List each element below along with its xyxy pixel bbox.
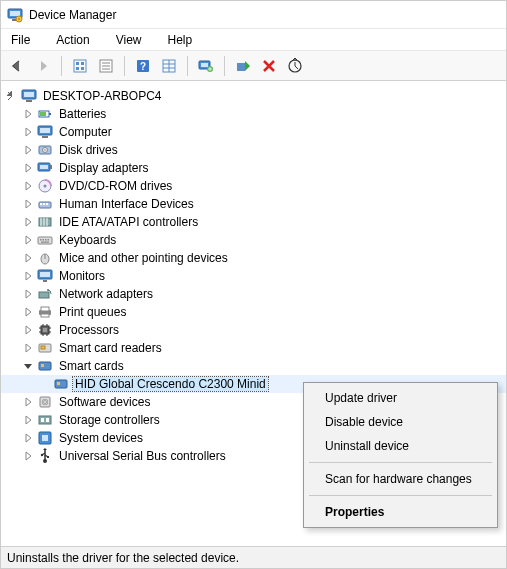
- expand-toggle[interactable]: [21, 177, 35, 195]
- expand-toggle[interactable]: [21, 357, 35, 375]
- toolbar-separator: [61, 56, 62, 76]
- toolbar: ?: [1, 51, 506, 81]
- smartcard-icon: [37, 358, 53, 374]
- network-adapter-icon: [37, 286, 53, 302]
- category-label: Smart cards: [57, 359, 126, 373]
- tree-category[interactable]: Disk drives: [1, 141, 506, 159]
- view-type-button[interactable]: [157, 54, 181, 78]
- svg-rect-53: [48, 239, 50, 241]
- expand-toggle[interactable]: [21, 195, 35, 213]
- category-label: Mice and other pointing devices: [57, 251, 230, 265]
- printer-icon: [37, 304, 53, 320]
- expand-toggle[interactable]: [21, 105, 35, 123]
- uninstall-button[interactable]: [257, 54, 281, 78]
- expand-toggle[interactable]: [21, 429, 35, 447]
- scan-hardware-button[interactable]: [283, 54, 307, 78]
- enable-device-button[interactable]: [231, 54, 255, 78]
- category-label: Network adapters: [57, 287, 155, 301]
- disk-icon: [37, 142, 53, 158]
- menu-view[interactable]: View: [112, 31, 146, 49]
- expand-toggle[interactable]: [21, 447, 35, 465]
- expand-toggle[interactable]: [21, 141, 35, 159]
- tree-category[interactable]: IDE ATA/ATAPI controllers: [1, 213, 506, 231]
- show-hidden-button[interactable]: [68, 54, 92, 78]
- ctx-update-driver[interactable]: Update driver: [307, 386, 494, 410]
- properties-button[interactable]: [94, 54, 118, 78]
- tree-category[interactable]: Monitors: [1, 267, 506, 285]
- svg-rect-1: [10, 11, 20, 16]
- tree-category[interactable]: Display adapters: [1, 159, 506, 177]
- category-label: Computer: [57, 125, 114, 139]
- svg-rect-76: [41, 346, 45, 349]
- svg-rect-87: [42, 435, 48, 441]
- update-driver-button[interactable]: [194, 54, 218, 78]
- tree-category[interactable]: Processors: [1, 321, 506, 339]
- software-device-icon: [37, 394, 53, 410]
- tree-category[interactable]: Network adapters: [1, 285, 506, 303]
- ctx-uninstall-device[interactable]: Uninstall device: [307, 434, 494, 458]
- svg-rect-52: [45, 239, 47, 241]
- expand-toggle[interactable]: [21, 285, 35, 303]
- svg-rect-7: [76, 67, 79, 70]
- battery-icon: [37, 106, 53, 122]
- expand-toggle[interactable]: [21, 303, 35, 321]
- expand-toggle[interactable]: [21, 231, 35, 249]
- expand-toggle[interactable]: [21, 411, 35, 429]
- hid-icon: [37, 196, 53, 212]
- svg-rect-31: [40, 128, 50, 133]
- expand-toggle[interactable]: [21, 213, 35, 231]
- svg-rect-20: [201, 63, 208, 67]
- smartcard-device-icon: [53, 376, 69, 392]
- expand-toggle[interactable]: [21, 159, 35, 177]
- tree-category[interactable]: Batteries: [1, 105, 506, 123]
- back-button[interactable]: [5, 54, 29, 78]
- category-label: Disk drives: [57, 143, 120, 157]
- category-label: Batteries: [57, 107, 108, 121]
- tree-category[interactable]: Computer: [1, 123, 506, 141]
- tree-category[interactable]: Mice and other pointing devices: [1, 249, 506, 267]
- tree-category[interactable]: Keyboards: [1, 231, 506, 249]
- svg-rect-79: [55, 380, 67, 388]
- ctx-disable-device[interactable]: Disable device: [307, 410, 494, 434]
- tree-root[interactable]: DESKTOP-ARBOPC4: [1, 87, 506, 105]
- expand-toggle[interactable]: [21, 123, 35, 141]
- app-icon: [7, 7, 23, 23]
- smartcard-reader-icon: [37, 340, 53, 356]
- expand-toggle[interactable]: [21, 339, 35, 357]
- ctx-separator: [309, 495, 492, 496]
- menu-help[interactable]: Help: [164, 31, 197, 49]
- tree-category[interactable]: Human Interface Devices: [1, 195, 506, 213]
- optical-drive-icon: [37, 178, 53, 194]
- tree-category[interactable]: Smart card readers: [1, 339, 506, 357]
- svg-rect-25: [24, 92, 34, 97]
- processor-icon: [37, 322, 53, 338]
- svg-rect-8: [81, 67, 84, 70]
- svg-rect-66: [43, 328, 47, 332]
- svg-rect-29: [40, 112, 46, 116]
- tree-category[interactable]: DVD/CD-ROM drives: [1, 177, 506, 195]
- menu-action[interactable]: Action: [52, 31, 93, 49]
- ctx-properties[interactable]: Properties: [307, 500, 494, 524]
- expand-toggle[interactable]: [21, 321, 35, 339]
- svg-rect-80: [57, 382, 60, 385]
- category-label: Print queues: [57, 305, 128, 319]
- category-label: Display adapters: [57, 161, 150, 175]
- svg-rect-54: [41, 242, 49, 243]
- expand-toggle[interactable]: [21, 267, 35, 285]
- help-button[interactable]: ?: [131, 54, 155, 78]
- category-label: Universal Serial Bus controllers: [57, 449, 228, 463]
- svg-rect-32: [42, 136, 48, 138]
- expand-toggle[interactable]: [5, 87, 19, 105]
- expand-toggle[interactable]: [21, 393, 35, 411]
- ctx-scan-hardware[interactable]: Scan for hardware changes: [307, 467, 494, 491]
- tree-category[interactable]: Print queues: [1, 303, 506, 321]
- tree-category[interactable]: Smart cards: [1, 357, 506, 375]
- svg-rect-59: [43, 280, 47, 282]
- forward-button[interactable]: [31, 54, 55, 78]
- svg-rect-83: [39, 416, 51, 424]
- svg-point-40: [44, 185, 47, 188]
- svg-rect-42: [40, 203, 42, 205]
- expand-toggle[interactable]: [21, 249, 35, 267]
- svg-point-89: [41, 454, 43, 456]
- menu-file[interactable]: File: [7, 31, 34, 49]
